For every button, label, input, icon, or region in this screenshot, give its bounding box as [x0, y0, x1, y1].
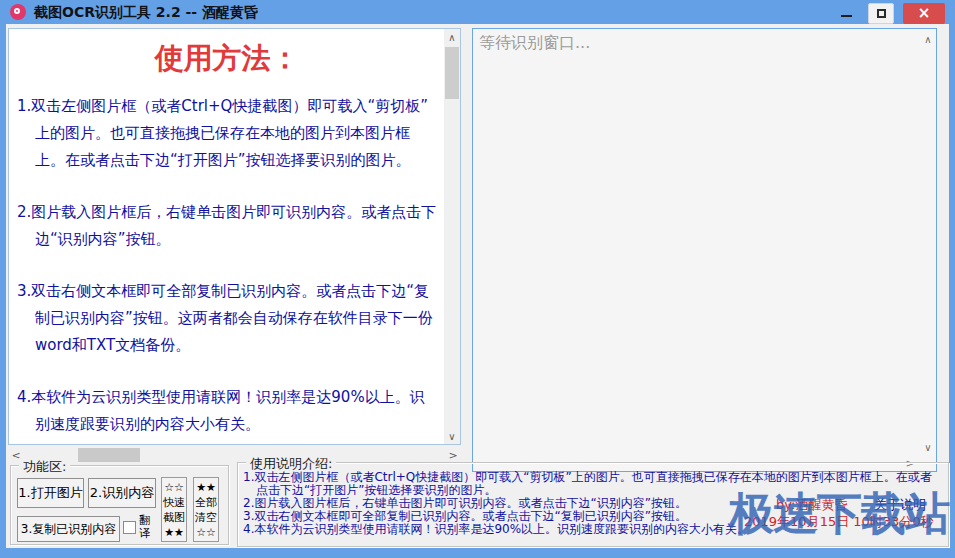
- about-link[interactable]: 关于说明: [874, 496, 926, 514]
- recognize-button[interactable]: 2.识别内容: [88, 478, 156, 508]
- usage-title: 使用方法：: [17, 39, 437, 79]
- app-icon: [10, 4, 26, 20]
- label-row: 快速: [163, 495, 185, 510]
- image-drop-panel[interactable]: 使用方法： 1.双击左侧图片框（或者Ctrl+Q快捷截图）即可载入“剪切板”上的…: [8, 28, 461, 445]
- function-area-groupbox: 功能区: 1.打开图片 2.识别内容 3.复制已识别内容 翻译 ☆☆ 快速 截图…: [10, 465, 229, 545]
- star-row: ☆☆: [196, 525, 216, 540]
- app-window: 截图OCR识别工具 2.2 -- 酒醒黄昏 × 使用方法： 1.双击左侧图片框（…: [0, 0, 955, 558]
- quick-screenshot-button[interactable]: ☆☆ 快速 截图 ★★: [161, 477, 187, 542]
- titlebar: 截图OCR识别工具 2.2 -- 酒醒黄昏 ×: [0, 0, 955, 24]
- close-button[interactable]: ×: [903, 3, 945, 24]
- instruction-item-4: 4.本软件为云识别类型使用请联网！识别率是达90%以上。识别速度跟要识别的内容大…: [17, 384, 437, 438]
- copy-recognized-button[interactable]: 3.复制已识别内容: [17, 516, 120, 542]
- left-horizontal-scrollbar[interactable]: < >: [8, 447, 461, 463]
- star-row: ★★: [164, 525, 184, 540]
- left-vertical-scrollbar[interactable]: ∧ ∨: [444, 29, 460, 444]
- star-row: ★★: [196, 480, 216, 495]
- instruction-item-1: 1.双击左侧图片框（或者Ctrl+Q快捷截图）即可载入“剪切板”上的图片。也可直…: [17, 93, 437, 174]
- minimize-button[interactable]: [833, 3, 859, 23]
- result-vertical-scrollbar[interactable]: ∧ ∨: [920, 29, 936, 455]
- translate-label: 翻译: [138, 514, 151, 540]
- scrollbar-thumb[interactable]: [78, 448, 140, 462]
- instruction-item-2: 2.图片载入图片框后，右键单击图片即可识别内容。或者点击下边“识别内容”按钮。: [17, 199, 437, 253]
- maximize-icon: [877, 9, 886, 18]
- instructions-content: 使用方法： 1.双击左侧图片框（或者Ctrl+Q快捷截图）即可载入“剪切板”上的…: [17, 35, 437, 445]
- camera-lens-icon: [14, 8, 20, 14]
- maximize-button[interactable]: [868, 3, 894, 24]
- scrollbar-thumb[interactable]: [445, 47, 459, 99]
- window-body: 使用方法： 1.双击左侧图片框（或者Ctrl+Q快捷截图）即可载入“剪切板”上的…: [6, 24, 949, 548]
- scroll-down-icon[interactable]: ∨: [920, 439, 936, 455]
- function-area-label: 功能区:: [19, 458, 70, 476]
- label-row: 清空: [195, 510, 217, 525]
- clear-all-button[interactable]: ★★ 全部 清空 ☆☆: [193, 477, 219, 542]
- instruction-item-3: 3.双击右侧文本框即可全部复制已识别内容。或者点击下边“复制已识别内容”按钮。这…: [17, 278, 437, 359]
- result-textarea[interactable]: 等待识别窗口... ∧ ∨ >: [472, 28, 937, 472]
- scroll-up-icon[interactable]: ∧: [444, 29, 460, 45]
- usage-notes-groupbox: 使用说明介绍: 1.双击左侧图片框（或者Ctrl+Q快捷截图）即可载入“剪切板”…: [237, 462, 949, 547]
- window-controls: ×: [833, 2, 945, 24]
- scroll-right-icon[interactable]: >: [445, 447, 461, 463]
- author-credit: by:酒醒黄昏: [776, 496, 847, 514]
- translate-checkbox[interactable]: [123, 521, 136, 534]
- open-image-button[interactable]: 1.打开图片: [17, 478, 84, 508]
- minimize-icon: [841, 15, 852, 17]
- star-row: ☆☆: [164, 480, 184, 495]
- scroll-down-icon[interactable]: ∨: [444, 428, 460, 444]
- result-placeholder: 等待识别窗口...: [479, 33, 590, 54]
- window-title: 截图OCR识别工具 2.2 -- 酒醒黄昏: [34, 4, 258, 22]
- label-row: 全部: [195, 495, 217, 510]
- label-row: 截图: [163, 510, 185, 525]
- clock-text: 2019年10月15日 10时33分0秒: [744, 513, 934, 531]
- scroll-up-icon[interactable]: ∧: [920, 31, 936, 47]
